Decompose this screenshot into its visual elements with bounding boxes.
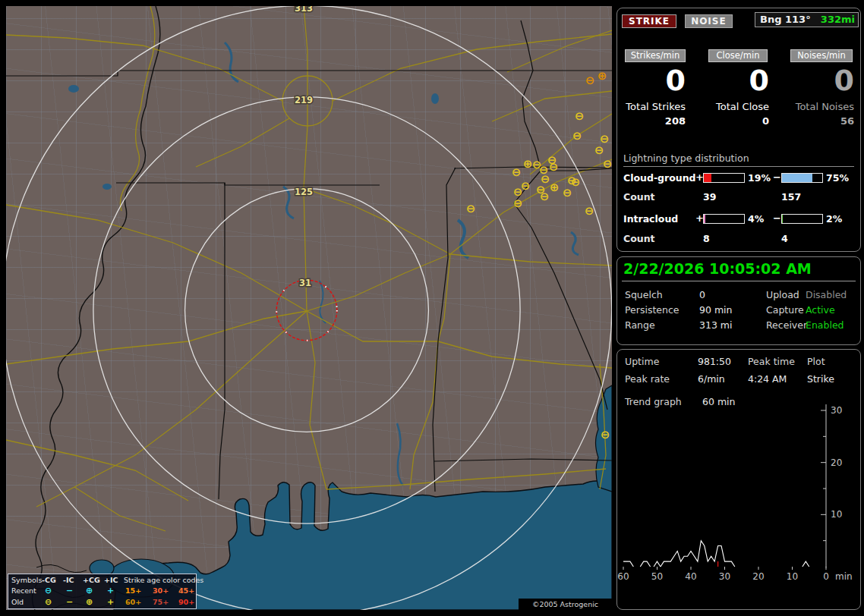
age-90: 90+: [178, 598, 194, 606]
persistence-label: Persistence: [625, 304, 680, 316]
upload-label: Upload: [766, 289, 799, 300]
bearing-range-value: 332mi: [821, 13, 855, 27]
ic-count-label: Count: [623, 233, 655, 244]
strike-cg-negative-icon: ⊖: [594, 143, 604, 157]
cg-positive-count: 39: [703, 191, 716, 203]
noises-per-min-value: 0: [786, 66, 854, 95]
upload-status: Disabled: [806, 289, 847, 300]
strike-cg-negative-icon: ⊖: [571, 175, 581, 189]
mississippi-river: [32, 6, 159, 610]
ic-negative-percent: 2%: [826, 213, 842, 225]
trend-graph: 1020306050403020100min: [617, 350, 862, 609]
ring-label-313: 313: [295, 6, 313, 14]
strike-cg-negative-icon: ⊖: [585, 204, 594, 218]
noises-per-min-button[interactable]: Noises/min: [790, 49, 853, 62]
cg-count-label: Count: [623, 191, 655, 203]
ic-negative-bar: [781, 214, 823, 224]
strike-cg-negative-icon: ⊖: [513, 196, 523, 210]
legend-col-cg-neg: -CG: [42, 576, 56, 584]
svg-text:10: 10: [831, 509, 842, 520]
age-60: 60+: [125, 598, 141, 606]
strike-mode-button[interactable]: STRIKE: [622, 14, 676, 28]
recent-cg-pos-icon: ⊕: [86, 586, 93, 596]
total-close-label: Total Close: [701, 101, 769, 112]
strike-cg-negative-icon: ⊖: [563, 186, 572, 200]
svg-text:30: 30: [831, 405, 842, 416]
strikes-per-min-button[interactable]: Strikes/min: [625, 49, 686, 62]
total-close-value: 0: [701, 115, 769, 127]
recent-cg-neg-icon: ⊖: [45, 586, 52, 596]
ring-label-31: 31: [299, 278, 311, 288]
divider: [622, 281, 856, 281]
close-per-min-value: 0: [701, 66, 769, 95]
app-window: ⊖⊕⊖⊖⊖⊖⊖⊕⊖⊖⊖⊖⊖⊖⊖⊖⊖⊖⊕⊖⊖⊖⊖⊖⊖⊖ 31321912531 S…: [0, 0, 864, 616]
persistence-value: 90 min: [699, 304, 732, 316]
legend-row-old-label: Old: [11, 598, 24, 606]
legend-col-cg-pos: +CG: [83, 576, 100, 584]
control-panel: STRIKE NOISE Bng 113° 332mi Strikes/min …: [615, 6, 862, 611]
capture-status: Active: [806, 304, 835, 316]
svg-text:0: 0: [823, 571, 829, 582]
svg-text:20: 20: [831, 457, 842, 468]
trend-panel: Uptime 981:50 Peak time Plot Peak rate 6…: [616, 349, 861, 610]
age-30: 30+: [153, 586, 169, 595]
intracloud-label: Intracloud: [623, 213, 678, 225]
old-cg-neg-icon: ⊖: [45, 597, 52, 607]
cg-positive-bar: [703, 173, 745, 183]
strike-cg-negative-icon: ⊖: [603, 157, 612, 171]
cg-negative-bar: [781, 173, 823, 183]
svg-text:30: 30: [719, 571, 730, 582]
legend-age-header: Strike age color codes: [124, 576, 203, 584]
strike-map[interactable]: ⊖⊕⊖⊖⊖⊖⊖⊕⊖⊖⊖⊖⊖⊖⊖⊖⊖⊖⊕⊖⊖⊖⊖⊖⊖⊖ 31321912531 S…: [6, 6, 612, 610]
cg-negative-count: 157: [781, 191, 801, 203]
svg-text:min: min: [835, 571, 853, 582]
old-ic-pos-icon: +: [107, 597, 114, 607]
ring-labels: 31321912531: [295, 6, 313, 288]
cg-negative-percent: 75%: [826, 172, 849, 184]
state-borders: [6, 20, 612, 499]
strike-symbols: ⊖⊕⊖⊖⊖⊖⊖⊕⊖⊖⊖⊖⊖⊖⊖⊖⊖⊖⊕⊖⊖⊖⊖⊖⊖⊖: [466, 69, 612, 442]
age-75: 75+: [153, 598, 169, 606]
cg-positive-percent: 19%: [748, 172, 771, 184]
strike-cg-negative-icon: ⊖: [549, 160, 559, 174]
strike-cg-negative-icon: ⊖: [540, 190, 550, 203]
squelch-value: 0: [699, 289, 705, 300]
distribution-title: Lightning type distribution: [623, 152, 854, 167]
old-ic-neg-icon: −: [66, 597, 73, 607]
svg-text:10: 10: [787, 571, 798, 582]
strike-cg-positive-icon: ⊕: [550, 181, 560, 194]
total-strikes-value: 208: [617, 115, 686, 127]
ic-positive-percent: 4%: [748, 213, 764, 225]
bearing-display: Bng 113° 332mi: [755, 12, 859, 27]
map-layers: ⊖⊕⊖⊖⊖⊖⊖⊕⊖⊖⊖⊖⊖⊖⊖⊖⊖⊖⊕⊖⊖⊖⊖⊖⊖⊖ 31321912531: [6, 6, 612, 610]
strike-cg-positive-icon: ⊕: [598, 69, 607, 83]
bearing-value: Bng 113°: [760, 13, 811, 27]
capture-label: Capture: [766, 304, 804, 316]
range-label: Range: [625, 319, 655, 331]
age-45: 45+: [178, 586, 194, 595]
status-panel: 2/22/2026 10:05:02 AM Squelch 0 Persiste…: [616, 256, 861, 345]
legend-col-ic-neg: -IC: [63, 576, 74, 584]
ic-positive-count: 8: [703, 233, 710, 244]
recent-ic-pos-icon: +: [107, 586, 114, 596]
ic-positive-bar: [703, 214, 745, 224]
noise-mode-button[interactable]: NOISE: [685, 14, 733, 28]
counters-panel: STRIKE NOISE Bng 113° 332mi Strikes/min …: [616, 8, 861, 252]
datetime-display: 2/22/2026 10:05:02 AM: [623, 260, 812, 277]
svg-text:20: 20: [752, 571, 764, 582]
strike-cg-negative-icon: ⊖: [466, 202, 476, 215]
svg-text:40: 40: [685, 571, 696, 582]
age-15: 15+: [125, 586, 141, 595]
total-noises-label: Total Noises: [786, 101, 854, 112]
map-legend: Symbols -CG -IC +CG +IC Strike age color…: [8, 574, 197, 609]
strike-cg-negative-icon: ⊖: [575, 109, 585, 123]
legend-symbols-header: Symbols: [11, 576, 42, 584]
cloud-ground-label: Cloud-ground: [623, 172, 696, 184]
close-per-min-button[interactable]: Close/min: [708, 49, 768, 62]
strike-cg-negative-icon: ⊖: [512, 165, 522, 179]
total-strikes-label: Total Strikes: [617, 101, 686, 112]
ring-label-125: 125: [295, 187, 313, 197]
range-value: 313 mi: [699, 319, 732, 331]
strike-cg-positive-icon: ⊕: [523, 157, 533, 171]
legend-row-recent-label: Recent: [11, 586, 36, 595]
